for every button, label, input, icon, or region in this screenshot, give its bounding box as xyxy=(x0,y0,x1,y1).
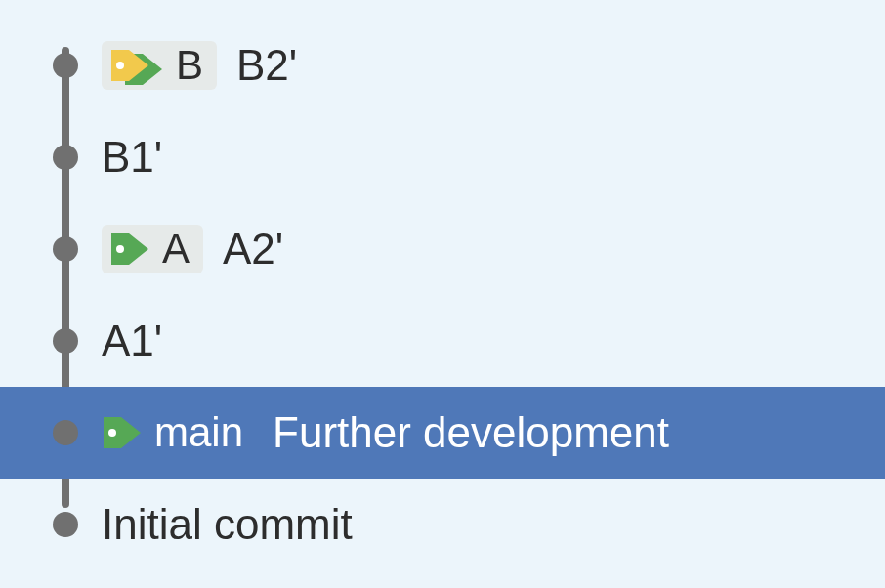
svg-point-3 xyxy=(108,429,116,437)
commit-dot-icon xyxy=(53,53,78,78)
commit-message: B1' xyxy=(102,136,162,179)
commit-row[interactable]: B B2' xyxy=(0,20,885,111)
commit-row[interactable]: main Further development xyxy=(0,387,885,479)
tag-icon xyxy=(102,413,145,452)
tag-stack-icon xyxy=(109,46,166,85)
tag-icon xyxy=(109,46,152,85)
branch-label: B xyxy=(176,45,203,86)
commit-row[interactable]: B1' xyxy=(0,111,885,203)
commit-log: B B2' B1' A A2' A1' xyxy=(0,0,885,570)
tag-icon xyxy=(109,230,152,269)
commit-message: B2' xyxy=(236,44,297,87)
commit-dot-icon xyxy=(53,420,78,445)
commit-row[interactable]: A1' xyxy=(0,295,885,387)
tag-stack-icon xyxy=(102,413,145,452)
branch-badge[interactable]: B xyxy=(102,41,217,90)
svg-point-1 xyxy=(116,62,124,69)
commit-message: Initial commit xyxy=(102,503,353,546)
commit-dot-icon xyxy=(53,512,78,537)
commit-dot-icon xyxy=(53,236,78,262)
branch-label: A xyxy=(162,229,190,270)
commit-dot-icon xyxy=(53,328,78,354)
svg-point-2 xyxy=(116,245,124,253)
commit-message: Further development xyxy=(273,411,669,454)
commit-row[interactable]: A A2' xyxy=(0,203,885,295)
branch-badge[interactable]: main xyxy=(102,408,253,457)
commit-dot-icon xyxy=(53,145,78,170)
commit-row[interactable]: Initial commit xyxy=(0,479,885,570)
branch-label: main xyxy=(154,412,243,453)
commit-message: A1' xyxy=(102,319,162,362)
branch-badge[interactable]: A xyxy=(102,225,203,273)
commit-message: A2' xyxy=(223,228,283,271)
tag-stack-icon xyxy=(109,230,152,269)
